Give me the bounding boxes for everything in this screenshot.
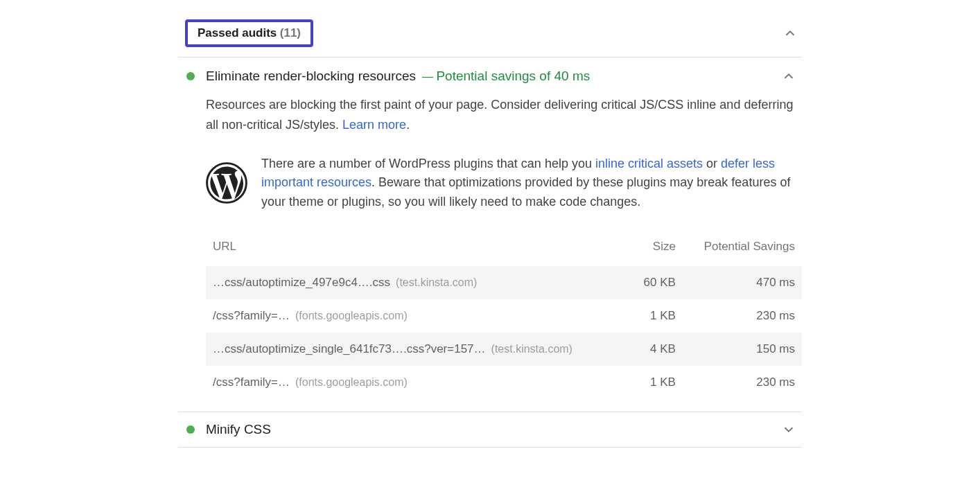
table-row: /css?family=…(fonts.googleapis.com) 1 KB… [206, 299, 802, 333]
table-row: …css/autoptimize_single_641fc73….css?ver… [206, 333, 802, 366]
col-savings: Potential Savings [683, 233, 802, 266]
row-domain: (test.kinsta.com) [396, 276, 477, 288]
status-dot-pass-icon [186, 72, 195, 80]
row-url: /css?family=… [213, 309, 290, 322]
row-savings: 230 ms [683, 366, 802, 399]
passed-audits-highlight: Passed audits (11) [185, 19, 313, 47]
audit-description: Resources are blocking the first paint o… [206, 95, 802, 135]
status-dot-pass-icon [186, 425, 195, 434]
inline-critical-link[interactable]: inline critical assets [595, 157, 703, 170]
passed-audits-header[interactable]: Passed audits (11) [178, 10, 802, 58]
row-url: …css/autoptimize_single_641fc73….css?ver… [213, 342, 486, 355]
audit-minify-css: Minify CSS [178, 412, 802, 448]
wordpress-logo-icon [206, 162, 247, 204]
chevron-up-icon [781, 69, 796, 84]
row-domain: (fonts.googleapis.com) [295, 376, 408, 388]
row-domain: (test.kinsta.com) [491, 343, 572, 355]
row-url: /css?family=… [213, 376, 290, 389]
wp-text-1: There are a number of WordPress plugins … [261, 157, 595, 170]
row-url: …css/autoptimize_497e9c4….css [213, 276, 390, 289]
row-savings: 230 ms [683, 299, 802, 333]
desc-text-1: Resources are blocking the first paint o… [206, 98, 793, 132]
row-size: 1 KB [631, 299, 683, 333]
row-savings: 470 ms [683, 266, 802, 299]
learn-more-link[interactable]: Learn more [342, 118, 406, 132]
table-header-row: URL Size Potential Savings [206, 233, 802, 266]
wordpress-advice-text: There are a number of WordPress plugins … [261, 155, 802, 213]
col-size: Size [631, 233, 683, 266]
audit-title: Eliminate render-blocking resources [206, 69, 416, 83]
col-url: URL [206, 233, 631, 266]
row-size: 4 KB [631, 333, 683, 366]
passed-audits-title: Passed audits [198, 26, 277, 39]
desc-period: . [406, 118, 410, 132]
chevron-up-icon [782, 26, 798, 41]
audit-render-blocking-header[interactable]: Eliminate render-blocking resources — Po… [178, 58, 802, 95]
audit-minify-css-header[interactable]: Minify CSS [178, 412, 802, 447]
audit-savings: Potential savings of 40 ms [436, 69, 590, 83]
dash: — [422, 71, 433, 82]
resources-table: URL Size Potential Savings …css/autoptim… [206, 233, 802, 399]
audit-body: Resources are blocking the first paint o… [178, 95, 802, 412]
wp-text-2: or [703, 157, 721, 170]
table-row: …css/autoptimize_497e9c4….css(test.kinst… [206, 266, 802, 299]
table-row: /css?family=…(fonts.googleapis.com) 1 KB… [206, 366, 802, 399]
audit-render-blocking: Eliminate render-blocking resources — Po… [178, 58, 802, 412]
row-savings: 150 ms [683, 333, 802, 366]
passed-audits-count: (11) [280, 26, 301, 39]
audit-title: Minify CSS [206, 422, 271, 437]
row-domain: (fonts.googleapis.com) [295, 310, 408, 321]
chevron-down-icon [781, 422, 796, 437]
wordpress-advice-block: There are a number of WordPress plugins … [206, 155, 802, 213]
row-size: 1 KB [631, 366, 683, 399]
row-size: 60 KB [631, 266, 683, 299]
